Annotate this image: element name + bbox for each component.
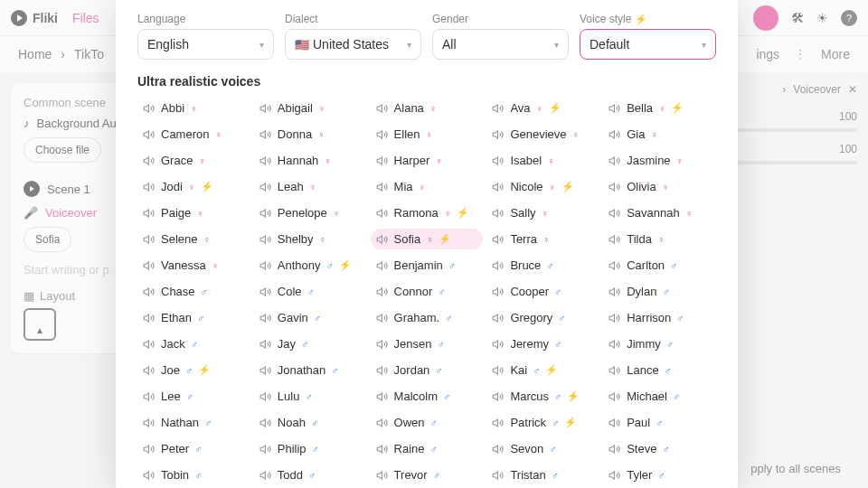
voice-option[interactable]: Ramona ♀⚡	[371, 202, 484, 223]
voice-chip[interactable]: Sofia	[24, 227, 71, 252]
voice-option[interactable]: Todd ♂	[254, 465, 367, 485]
wrench-icon[interactable]: 🛠	[791, 11, 804, 25]
crumb-page[interactable]: TikTo	[74, 47, 104, 61]
voice-option[interactable]: Jasmine ♀	[603, 150, 716, 171]
voice-option[interactable]: Ethan ♂	[137, 307, 250, 328]
voice-option[interactable]: Benjamin ♂	[371, 255, 484, 276]
voice-option[interactable]: Sally ♀	[486, 202, 599, 223]
voice-option[interactable]: Isabel ♀	[486, 150, 599, 171]
voice-option[interactable]: Lance ♂	[603, 360, 716, 380]
voice-option[interactable]: Mia ♀	[371, 176, 484, 197]
voice-option[interactable]: Abigail ♀	[254, 98, 367, 118]
voice-option[interactable]: Bella ♀⚡	[603, 98, 716, 118]
voice-option[interactable]: Cameron ♀	[137, 124, 250, 145]
voice-option[interactable]: Genevieve ♀	[486, 124, 599, 145]
voice-option[interactable]: Paul ♂	[603, 412, 716, 433]
voice-name: Tobin	[161, 468, 189, 482]
voice-option[interactable]: Jimmy ♂	[603, 333, 716, 354]
voice-option[interactable]: Shelby ♀	[254, 229, 367, 249]
voice-option[interactable]: Noah ♂	[254, 412, 367, 433]
voice-option[interactable]: Jodi ♀⚡	[137, 176, 250, 197]
app-logo[interactable]: Fliki	[11, 10, 58, 26]
female-icon: ♀	[317, 129, 325, 140]
voice-option[interactable]: Alana ♀	[371, 98, 484, 118]
voice-option[interactable]: Sevon ♂	[486, 438, 599, 459]
voice-option[interactable]: Harper ♀	[371, 150, 484, 171]
voice-option[interactable]: Nicole ♀⚡	[486, 176, 599, 197]
choose-file-button[interactable]: Choose file	[24, 137, 101, 163]
voice-option[interactable]: Ava ♀⚡	[486, 98, 599, 118]
voice-option[interactable]: Dylan ♂	[603, 281, 716, 302]
voice-option[interactable]: Hannah ♀	[254, 150, 367, 171]
voice-option[interactable]: Abbi ♀	[137, 98, 250, 118]
avatar[interactable]	[753, 5, 778, 31]
play-icon[interactable]	[24, 181, 40, 197]
voice-option[interactable]: Patrick ♂⚡	[486, 412, 599, 433]
voice-option[interactable]: Malcolm ♂	[371, 386, 484, 407]
female-icon: ♀	[324, 155, 331, 166]
voice-option[interactable]: Tristan ♂	[486, 465, 599, 485]
voice-option[interactable]: Tobin ♂	[137, 465, 250, 485]
voice-option[interactable]: Kai ♂⚡	[486, 360, 599, 380]
apply-all-button[interactable]: pply to all scenes	[750, 462, 841, 475]
voice-option[interactable]: Jay ♂	[254, 333, 367, 354]
voice-option[interactable]: Penelope ♀	[254, 202, 367, 223]
voice-option[interactable]: Marcus ♂⚡	[486, 386, 599, 407]
theme-icon[interactable]: ☀	[816, 11, 828, 25]
voice-option[interactable]: Nathan ♂	[137, 412, 250, 433]
voice-option[interactable]: Gregory ♂	[486, 307, 599, 328]
voice-option[interactable]: Savannah ♀	[603, 202, 716, 223]
voice-option[interactable]: Harrison ♂	[603, 307, 716, 328]
style-select[interactable]: Default▾	[580, 29, 716, 60]
voice-option[interactable]: Carlton ♂	[603, 255, 716, 276]
voice-option[interactable]: Grace ♀	[137, 150, 250, 171]
voice-option[interactable]: Jensen ♂	[371, 333, 484, 354]
voice-option[interactable]: Sofia ♀⚡	[371, 229, 484, 249]
more-link[interactable]: More	[821, 47, 850, 61]
voice-option[interactable]: Olivia ♀	[603, 176, 716, 197]
voice-option[interactable]: Chase ♂	[137, 281, 250, 302]
gender-select[interactable]: All▾	[432, 29, 569, 60]
voice-option[interactable]: Connor ♂	[371, 281, 484, 302]
voice-option[interactable]: Paige ♀	[137, 202, 250, 223]
voice-option[interactable]: Terra ♀	[486, 229, 599, 249]
dialect-select[interactable]: 🇺🇸United States▾	[285, 29, 421, 60]
voice-option[interactable]: Selene ♀	[137, 229, 250, 249]
voice-option[interactable]: Lee ♂	[137, 386, 250, 407]
voice-option[interactable]: Graham. ♂	[371, 307, 484, 328]
voice-option[interactable]: Lulu ♂	[254, 386, 367, 407]
help-icon[interactable]: ?	[841, 10, 857, 26]
voice-option[interactable]: Trevor ♂	[371, 465, 484, 485]
voice-option[interactable]: Joe ♂⚡	[137, 360, 250, 380]
voice-name: Jeremy	[510, 337, 549, 351]
voice-option[interactable]: Michael ♂	[603, 386, 716, 407]
voice-option[interactable]: Vanessa ♀	[137, 255, 250, 276]
close-icon[interactable]: ✕	[848, 83, 857, 96]
voice-option[interactable]: Jeremy ♂	[486, 333, 599, 354]
voice-option[interactable]: Donna ♀	[254, 124, 367, 145]
voice-option[interactable]: Jordan ♂	[371, 360, 484, 380]
voiceover-tab[interactable]: Voiceover	[793, 83, 841, 96]
voice-option[interactable]: Tilda ♀	[603, 229, 716, 249]
voice-option[interactable]: Owen ♂	[371, 412, 484, 433]
language-select[interactable]: English▾	[137, 29, 274, 60]
voice-option[interactable]: Ellen ♀	[371, 124, 484, 145]
voice-option[interactable]: Gavin ♂	[254, 307, 367, 328]
voice-option[interactable]: Cooper ♂	[486, 281, 599, 302]
voice-option[interactable]: Steve ♂	[603, 438, 716, 459]
male-icon: ♂	[438, 286, 445, 297]
voice-option[interactable]: Jonathan ♂	[254, 360, 367, 380]
voice-option[interactable]: Anthony ♂⚡	[254, 255, 367, 276]
settings-link[interactable]: ings	[756, 47, 779, 61]
voice-option[interactable]: Jack ♂	[137, 333, 250, 354]
voice-option[interactable]: Peter ♂	[137, 438, 250, 459]
voice-option[interactable]: Leah ♀	[254, 176, 367, 197]
crumb-home[interactable]: Home	[18, 47, 52, 61]
files-link[interactable]: Files	[72, 11, 99, 25]
voice-option[interactable]: Gia ♀	[603, 124, 716, 145]
voice-option[interactable]: Raine ♂	[371, 438, 484, 459]
voice-option[interactable]: Tyler ♂	[603, 465, 716, 485]
voice-option[interactable]: Philip ♂	[254, 438, 367, 459]
voice-option[interactable]: Bruce ♂	[486, 255, 599, 276]
voice-option[interactable]: Cole ♂	[254, 281, 367, 302]
